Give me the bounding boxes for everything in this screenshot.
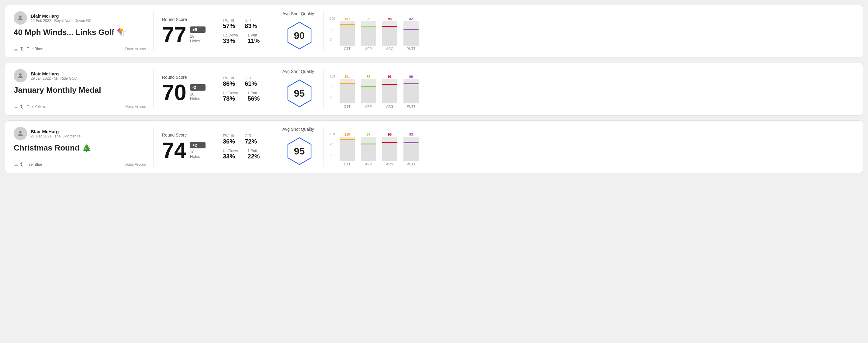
stat-oneputt-value: 22% [247,153,260,160]
tee-label: Tee: Black [27,47,43,51]
hexagon-container: 95 [286,135,313,167]
svg-point-0 [19,15,22,18]
user-info: Blair McHarg 12 Feb 2022 · Royal North D… [14,11,146,25]
stat-gir: GIR 61% [245,76,257,87]
stats-section: FW Hit 36% GIR 72% Up/Down 33% 1 Putt 22… [214,127,275,167]
tee-label: Tee: Blue [27,162,42,167]
data-source: Data: Arccos [125,104,146,109]
quality-section: Avg Shot Quality 90 [275,11,324,52]
quality-label: Avg Shot Quality [282,127,314,132]
bar-group: 107 OTT [340,17,355,51]
stat-gir-value: 72% [245,138,257,145]
stats-row-top: FW Hit 36% GIR 72% [223,134,266,145]
stat-gir: GIR 72% [245,134,257,145]
stat-oneputt: 1 Putt 22% [247,149,260,160]
stats-row-bottom: Up/Down 33% 1 Putt 11% [223,33,266,44]
score-number: 74 [162,139,186,161]
data-source: Data: Arccos [125,162,146,167]
user-name: Blair McHarg [31,13,92,19]
user-date-course: 29 Jan 2022 · Mill Ride GCC [31,76,77,81]
stat-oneputt-value: 11% [247,37,260,44]
round-left-section: Blair McHarg 29 Jan 2022 · Mill Ride GCC… [14,69,154,109]
tee-icons: ☁ 🏌 [14,46,24,52]
stat-oneputt-label: 1 Putt [247,149,260,153]
stats-row-top: FW Hit 57% GIR 83% [223,18,266,30]
stat-gir: GIR 83% [245,18,257,30]
user-date-course: 27 Dec 2021 · The Oxfordshire [31,134,81,138]
stat-updown-label: Up/Down [223,149,238,153]
score-badge: -2 [190,84,206,91]
stat-updown-label: Up/Down [223,91,238,95]
stat-updown: Up/Down 33% [223,149,238,160]
score-section: Round Score 74 +2 18 Holes [154,127,214,167]
bar-group: 82 PUTT [403,17,418,51]
weather-icon: ☁ [14,162,18,167]
tee-info: ☁ 🏌 Tee: Yellow [14,104,45,109]
avatar [14,127,27,140]
stats-row-top: FW Hit 86% GIR 61% [223,76,266,87]
score-row: 70 -2 18 Holes [162,82,206,103]
round-title: January Monthly Medal [14,86,146,95]
hex-score: 95 [294,146,305,157]
bar-group: 110 OTT [340,132,355,166]
score-row: 74 +2 18 Holes [162,139,206,161]
stat-fw-hit: FW Hit 86% [223,76,235,87]
hexagon-container: 95 [286,77,313,109]
bar-group: 87 APP [361,132,376,166]
score-badge: +5 [190,27,206,33]
score-badge: +2 [190,142,206,148]
tee-info: ☁ 🏌 Tee: Blue [14,162,42,167]
svg-point-2 [19,131,22,133]
user-name: Blair McHarg [31,71,77,76]
holes-text: 18 Holes [190,92,206,101]
chart-section: 100 50 0 101 OTT 86 APP 96 ARG 99 [324,69,854,109]
round-left-section: Blair McHarg 12 Feb 2022 · Royal North D… [14,11,154,52]
stat-gir-value: 61% [245,80,257,87]
round-left-section: Blair McHarg 27 Dec 2021 · The Oxfordshi… [14,127,154,167]
stat-oneputt-label: 1 Putt [247,91,260,95]
golf-cart-icon: 🏌 [19,46,24,52]
stat-fw-hit-label: FW Hit [223,134,235,138]
bottom-row: ☁ 🏌 Tee: Blue Data: Arccos [14,162,146,167]
user-details: Blair McHarg 27 Dec 2021 · The Oxfordshi… [31,129,81,138]
tee-icons: ☁ 🏌 [14,104,24,109]
tee-icons: ☁ 🏌 [14,162,24,167]
score-label: Round Score [162,75,206,80]
chart-section: 100 50 0 110 OTT 87 APP 95 ARG 93 [324,127,854,167]
stat-updown-value: 33% [223,37,238,44]
score-number: 70 [162,82,186,103]
stat-gir-label: GIR [245,134,257,138]
bar-group: 99 PUTT [403,75,418,108]
quality-label: Avg Shot Quality [282,69,314,74]
user-name: Blair McHarg [31,129,81,134]
stat-fw-hit-label: FW Hit [223,18,235,23]
score-label: Round Score [162,17,206,22]
score-meta: +5 18 Holes [190,27,206,43]
bar-group: 86 APP [361,75,376,108]
stats-section: FW Hit 86% GIR 61% Up/Down 78% 1 Putt 56… [214,69,275,109]
score-label: Round Score [162,132,206,137]
stats-row-bottom: Up/Down 33% 1 Putt 22% [223,149,266,160]
user-details: Blair McHarg 12 Feb 2022 · Royal North D… [31,13,92,23]
stat-oneputt: 1 Putt 11% [247,33,260,44]
stat-updown: Up/Down 33% [223,33,238,44]
stat-fw-hit-value: 36% [223,138,235,145]
user-date-course: 12 Feb 2022 · Royal North Devon GC [31,19,92,23]
stat-updown: Up/Down 78% [223,91,238,102]
bar-group: 101 OTT [340,75,355,108]
data-source: Data: Arccos [125,47,146,51]
avatar [14,69,27,83]
stat-fw-hit-value: 57% [223,23,235,30]
bar-group: 95 ARG [382,132,397,166]
quality-label: Avg Shot Quality [282,11,314,16]
bottom-row: ☁ 🏌 Tee: Yellow Data: Arccos [14,104,146,109]
bar-group: 93 PUTT [403,132,418,166]
quality-section: Avg Shot Quality 95 [275,127,324,167]
bar-group: 98 ARG [382,17,397,51]
hex-score: 90 [294,30,305,41]
stat-gir-label: GIR [245,18,257,23]
hexagon-container: 90 [286,20,313,52]
avatar [14,11,27,25]
holes-text: 18 Holes [190,150,206,159]
round-title: Christmas Round 🎄 [14,143,146,153]
